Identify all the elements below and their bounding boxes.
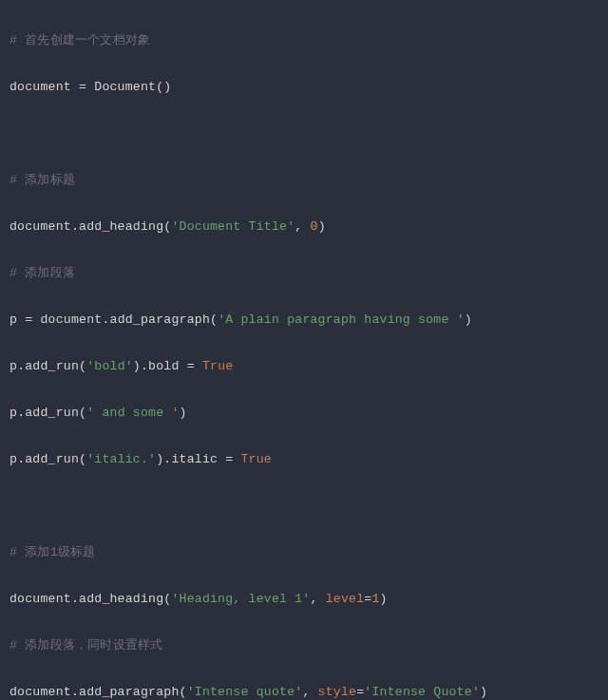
member: bold xyxy=(148,359,179,373)
code-line: # 添加段落，同时设置样式 xyxy=(10,634,598,658)
call: Document xyxy=(94,80,156,94)
code-line xyxy=(10,495,598,519)
kwarg: style xyxy=(318,685,357,699)
code-line: # 添加段落 xyxy=(10,262,598,286)
string: 'italic.' xyxy=(86,452,156,466)
code-line: # 首先创建一个文档对象 xyxy=(10,29,598,53)
code-line: p.add_run(' and some ') xyxy=(10,402,598,426)
paren: ( xyxy=(79,359,86,373)
identifier: document xyxy=(10,219,71,234)
constant: True xyxy=(240,452,271,466)
code-line: document = Document() xyxy=(10,76,598,100)
string: 'bold' xyxy=(86,359,133,373)
code-line: document.add_heading('Heading, level 1',… xyxy=(10,588,598,612)
operator: = xyxy=(71,80,94,94)
code-line: p.add_run('italic.').italic = True xyxy=(10,448,598,472)
string: 'Heading, level 1' xyxy=(171,592,310,606)
comment: # 添加段落，同时设置样式 xyxy=(10,638,162,653)
paren: ( xyxy=(210,312,218,327)
comma: , xyxy=(311,592,326,606)
operator: = xyxy=(17,312,40,327)
paren: ) xyxy=(465,312,472,327)
string: ' and some ' xyxy=(86,406,179,420)
parens: () xyxy=(156,80,171,94)
member: italic xyxy=(171,452,218,466)
comma: , xyxy=(302,685,317,699)
identifier: document xyxy=(40,312,102,327)
operator: = xyxy=(218,452,240,466)
identifier: p xyxy=(10,452,17,466)
paren: ) xyxy=(480,685,487,699)
comment: # 首先创建一个文档对象 xyxy=(10,33,150,47)
comment: # 添加段落 xyxy=(10,266,75,280)
string: 'A plain paragraph having some ' xyxy=(218,312,465,327)
number: 1 xyxy=(371,592,379,606)
code-editor[interactable]: # 首先创建一个文档对象 document = Document() # 添加标… xyxy=(0,0,608,700)
paren: ) xyxy=(133,359,141,373)
string: 'Document Title' xyxy=(171,219,294,234)
kwarg: level xyxy=(326,592,365,606)
paren: ( xyxy=(79,406,86,420)
code-line: document.add_paragraph('Intense quote', … xyxy=(10,681,598,701)
dot: . xyxy=(71,685,79,699)
code-line xyxy=(10,123,598,146)
identifier: document xyxy=(10,80,71,94)
paren: ) xyxy=(180,406,187,420)
string: 'Intense Quote' xyxy=(364,685,480,699)
number: 0 xyxy=(311,219,318,234)
code-line: p.add_run('bold').bold = True xyxy=(10,355,598,379)
paren: ( xyxy=(180,685,187,699)
identifier: p xyxy=(10,406,17,420)
method: add_paragraph xyxy=(79,685,179,699)
paren: ( xyxy=(79,452,86,466)
constant: True xyxy=(202,359,233,373)
dot: . xyxy=(71,592,79,606)
comment: # 添加1级标题 xyxy=(10,545,95,559)
dot: . xyxy=(71,219,79,234)
dot: . xyxy=(141,359,148,373)
comment: # 添加标题 xyxy=(10,173,75,187)
code-line: # 添加标题 xyxy=(10,169,598,193)
identifier: document xyxy=(10,592,71,606)
code-line: p = document.add_paragraph('A plain para… xyxy=(10,309,598,332)
method: add_run xyxy=(25,452,79,466)
method: add_heading xyxy=(79,219,163,234)
paren: ) xyxy=(318,219,326,234)
identifier: document xyxy=(10,685,71,699)
operator: = xyxy=(180,359,202,373)
method: add_heading xyxy=(79,592,163,606)
dot: . xyxy=(102,312,109,327)
method: add_run xyxy=(25,406,79,420)
code-line: document.add_heading('Document Title', 0… xyxy=(10,216,598,239)
identifier: p xyxy=(10,312,17,327)
paren: ) xyxy=(380,592,388,606)
code-line: # 添加1级标题 xyxy=(10,541,598,565)
identifier: p xyxy=(10,359,17,373)
comma: , xyxy=(294,219,310,234)
method: add_paragraph xyxy=(110,312,210,327)
method: add_run xyxy=(25,359,79,373)
string: 'Intense quote' xyxy=(187,685,303,699)
